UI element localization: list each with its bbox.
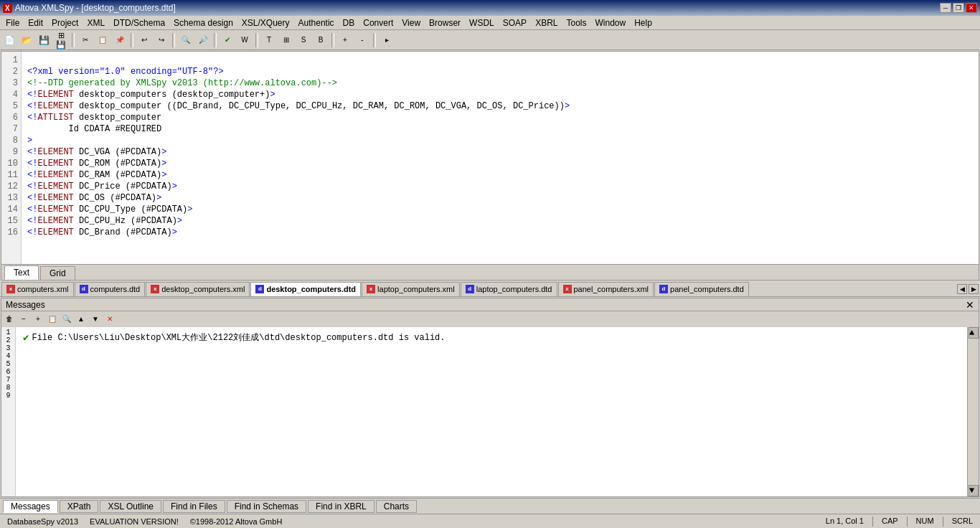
file-tab-prev[interactable]: ◀ <box>957 284 967 294</box>
xml-icon-4: x <box>563 285 572 293</box>
status-sep-2 <box>907 517 908 527</box>
menu-project[interactable]: Project <box>47 16 83 29</box>
toolbar-sep-1 <box>72 33 75 47</box>
file-tab-desktop-dtd[interactable]: d desktop_computers.dtd <box>250 282 361 296</box>
restore-button[interactable]: ❐ <box>953 3 964 13</box>
browser-view-button[interactable]: B <box>313 32 329 48</box>
redo-button[interactable]: ↪ <box>154 32 169 48</box>
wellformed-button[interactable]: W <box>237 32 253 48</box>
line-num-3: 3 <box>6 344 10 352</box>
file-tab-laptop-xml[interactable]: x laptop_computers.xml <box>362 282 460 296</box>
close-button[interactable]: ✕ <box>966 3 977 13</box>
msg-find-button[interactable]: 🔍 <box>60 313 73 326</box>
msg-tab-messages[interactable]: Messages <box>3 500 58 513</box>
msg-prev-button[interactable]: ▲ <box>75 313 88 326</box>
scroll-up-btn[interactable]: ▲ <box>969 327 979 339</box>
grid-view-button[interactable]: ⊞ <box>278 32 294 48</box>
messages-toolbar: 🗑 − + 📋 🔍 ▲ ▼ ✕ <box>1 311 979 327</box>
status-position: Ln 1, Col 1 <box>823 517 867 527</box>
cut-button[interactable]: ✂ <box>77 32 93 48</box>
msg-tab-xsl-outline[interactable]: XSL Outline <box>100 500 161 513</box>
title-bar-title: Altova XMLSpy - [desktop_computers.dtd] <box>15 3 176 13</box>
menu-schema-design[interactable]: Schema design <box>169 16 237 29</box>
messages-header: Messages ✕ <box>1 298 979 311</box>
status-sep-3 <box>943 517 943 527</box>
menu-browser[interactable]: Browser <box>425 16 465 29</box>
file-tab-panel-dtd[interactable]: d panel_computers.dtd <box>654 282 749 296</box>
xml-icon-2: x <box>151 285 159 293</box>
msg-tab-find-in-xbrl[interactable]: Find in XBRL <box>308 500 374 513</box>
line-num-7: 7 <box>6 376 10 384</box>
menu-help[interactable]: Help <box>630 16 656 29</box>
toolbar-sep-4 <box>214 33 217 47</box>
menu-window[interactable]: Window <box>591 16 631 29</box>
validate-button[interactable]: ✔ <box>220 32 235 48</box>
menu-edit[interactable]: Edit <box>24 16 47 29</box>
menu-soap[interactable]: SOAP <box>499 16 531 29</box>
find-next-button[interactable]: 🔎 <box>195 32 211 48</box>
file-tab-label: desktop_computers.xml <box>161 285 245 293</box>
file-tab-next[interactable]: ▶ <box>969 284 979 294</box>
code-area[interactable]: <?xml version="1.0" encoding="UTF-8"?> <… <box>22 52 979 264</box>
menu-dtdschema[interactable]: DTD/Schema <box>109 16 169 29</box>
menu-xml[interactable]: XML <box>83 16 109 29</box>
menu-wsdl[interactable]: WSDL <box>465 16 499 29</box>
messages-text-area: ✔ File C:\Users\Liu\Desktop\XML大作业\2122刘… <box>22 330 447 345</box>
msg-collapse-button[interactable]: − <box>17 313 30 326</box>
file-tab-label: laptop_computers.dtd <box>476 285 552 293</box>
editor-content[interactable]: 12345 678910 1112131415 16 <?xml version… <box>1 52 979 264</box>
find-button[interactable]: 🔍 <box>178 32 194 48</box>
file-tab-computers-dtd[interactable]: d computers.dtd <box>75 282 146 296</box>
messages-title: Messages <box>6 300 45 310</box>
msg-tab-find-in-schemas[interactable]: Find in Schemas <box>227 500 306 513</box>
more-btn[interactable]: ▸ <box>379 32 395 48</box>
msg-clear-button[interactable]: 🗑 <box>3 313 16 326</box>
menu-view[interactable]: View <box>397 16 425 29</box>
menu-convert[interactable]: Convert <box>359 16 397 29</box>
menu-db[interactable]: DB <box>339 16 359 29</box>
menu-xbrl[interactable]: XBRL <box>531 16 562 29</box>
paste-button[interactable]: 📌 <box>112 32 128 48</box>
save-button[interactable]: 💾 <box>36 32 52 48</box>
open-button[interactable]: 📂 <box>19 32 34 48</box>
tab-grid[interactable]: Grid <box>40 266 75 280</box>
valid-message-text: File C:\Users\Liu\Desktop\XML大作业\2122刘佳成… <box>32 331 445 344</box>
file-tab-desktop-xml[interactable]: x desktop_computers.xml <box>146 282 250 296</box>
status-right: Ln 1, Col 1 CAP NUM SCRL <box>823 517 976 527</box>
msg-expand-button[interactable]: + <box>32 313 44 326</box>
minimize-button[interactable]: ─ <box>940 3 951 13</box>
menu-tools[interactable]: Tools <box>562 16 590 29</box>
save-all-button[interactable]: ⊞💾 <box>53 32 69 48</box>
status-app-info: DatabaseSpy v2013 <box>4 517 81 526</box>
menu-authentic[interactable]: Authentic <box>294 16 339 29</box>
msg-tab-charts[interactable]: Charts <box>376 500 417 513</box>
messages-tabs: Messages XPath XSL Outline Find in Files… <box>0 498 980 514</box>
scroll-down-btn[interactable]: ▼ <box>969 485 979 496</box>
menu-file[interactable]: File <box>1 16 24 29</box>
valid-message-line: ✔ File C:\Users\Liu\Desktop\XML大作业\2122刘… <box>23 331 446 344</box>
menu-xslxquery[interactable]: XSL/XQuery <box>237 16 294 29</box>
file-tab-laptop-dtd[interactable]: d laptop_computers.dtd <box>461 282 557 296</box>
status-copyright: ©1998-2012 Altova GmbH <box>187 517 286 526</box>
msg-stop-button[interactable]: ✕ <box>103 313 116 326</box>
messages-close-button[interactable]: ✕ <box>966 299 974 311</box>
line-num-9: 9 <box>6 392 10 400</box>
status-bar: DatabaseSpy v2013 EVALUATION VERSION! ©1… <box>0 514 980 528</box>
new-button[interactable]: 📄 <box>1 32 17 48</box>
tab-text[interactable]: Text <box>4 265 39 280</box>
file-tab-computers-xml[interactable]: x computers.xml <box>1 282 74 296</box>
messages-scrollbar[interactable]: ▲ ▼ <box>967 327 979 496</box>
status-eval: EVALUATION VERSION! <box>87 517 182 526</box>
msg-copy-button[interactable]: 📋 <box>46 313 59 326</box>
collapse-button[interactable]: - <box>354 32 370 48</box>
undo-button[interactable]: ↩ <box>136 32 152 48</box>
file-tab-panel-xml[interactable]: x panel_computers.xml <box>558 282 654 296</box>
line-num-1: 1 <box>6 329 10 336</box>
msg-tab-find-in-files[interactable]: Find in Files <box>163 500 225 513</box>
text-view-button[interactable]: T <box>261 32 277 48</box>
expand-button[interactable]: + <box>337 32 353 48</box>
copy-button[interactable]: 📋 <box>95 32 110 48</box>
msg-tab-xpath[interactable]: XPath <box>60 500 99 513</box>
schema-view-button[interactable]: S <box>296 32 311 48</box>
msg-next-button[interactable]: ▼ <box>89 313 102 326</box>
